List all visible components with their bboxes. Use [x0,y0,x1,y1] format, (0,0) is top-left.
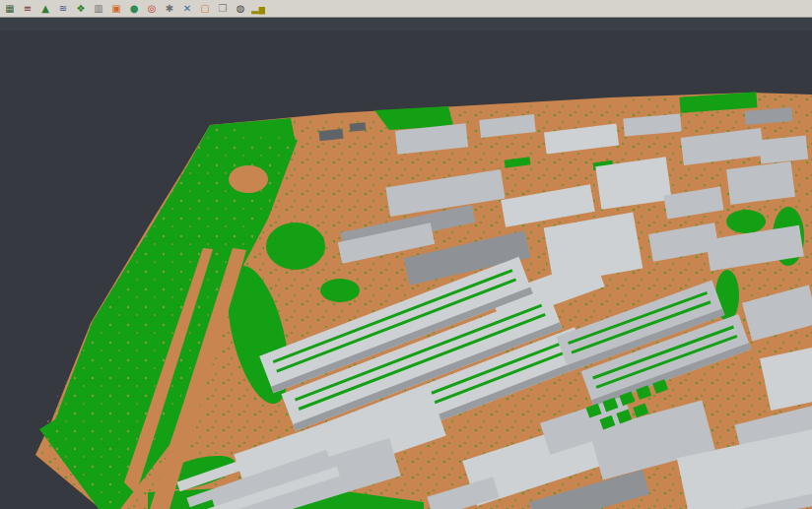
viewport-3d[interactable] [0,0,812,509]
measure-icon[interactable]: ◎ [145,2,159,16]
classify-icon[interactable]: ● [127,2,141,16]
pointcloud-scene [0,0,812,509]
terrain-icon[interactable]: ▲ [38,2,52,16]
histogram-icon[interactable]: ▂▅ [251,2,265,16]
frame-icon[interactable]: ▢ [198,2,212,16]
main-toolbar: ▦≡▲≋❖▥▣●◎✱✕▢❐◍▂▅ [0,0,812,18]
water-icon[interactable]: ≋ [56,2,70,16]
grid-icon[interactable]: ▦ [3,2,17,16]
tile-icon[interactable]: ❐ [216,2,230,16]
layers-icon[interactable]: ≡ [21,2,34,16]
menu-band [0,18,812,31]
globe-icon[interactable]: ◍ [234,2,247,16]
settings-icon[interactable]: ✱ [163,2,176,16]
delete-icon[interactable]: ✕ [180,2,194,16]
bands-icon[interactable]: ▥ [92,2,105,16]
vegetation-icon[interactable]: ❖ [74,2,88,16]
orthophoto-icon[interactable]: ▣ [109,2,123,16]
